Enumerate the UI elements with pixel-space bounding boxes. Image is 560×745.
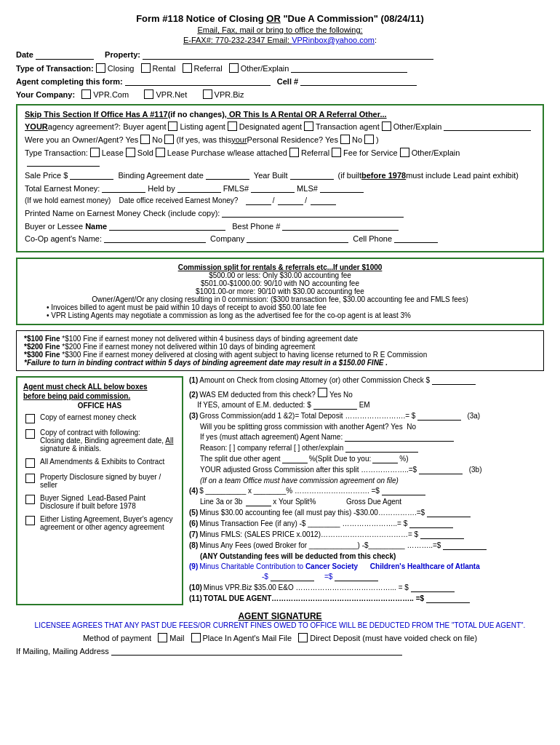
- coop-cell-field[interactable]: [394, 234, 438, 243]
- buyer-agent-checkbox[interactable]: [168, 121, 177, 131]
- em-yes-checkbox[interactable]: [318, 388, 327, 397]
- calc1-field[interactable]: [432, 376, 476, 385]
- agent-name-split-field[interactable]: [345, 433, 454, 442]
- pct-suffix: %): [399, 455, 408, 463]
- cell-phone-label: Cell Phone: [353, 234, 392, 243]
- calc-row-5: (5) Minus $30.00 accounting fee (all mus…: [189, 509, 544, 517]
- place-checkbox[interactable]: [191, 633, 201, 642]
- transaction-agent-checkbox[interactable]: [382, 121, 391, 131]
- referral2-checkbox[interactable]: [289, 148, 299, 157]
- owner-q: Were you an Owner/Agent? Yes: [25, 135, 138, 144]
- title-text1: Form #118 Notice of Closing: [136, 13, 266, 24]
- split-due-field[interactable]: [372, 455, 398, 463]
- closing-checkbox[interactable]: [96, 63, 105, 73]
- owner-no-checkbox[interactable]: [164, 135, 174, 144]
- buyer-name-field[interactable]: [109, 221, 225, 231]
- other-label: Other/Explain: [241, 64, 289, 73]
- reason-label: Reason: [ ] company referral [ ] other/e…: [200, 444, 343, 452]
- agent-name-field[interactable]: [125, 76, 271, 86]
- check4-checkbox[interactable]: [25, 474, 35, 483]
- vpr-com-checkbox[interactable]: [81, 89, 91, 99]
- adj-field[interactable]: [419, 466, 463, 474]
- calc6-field[interactable]: [409, 519, 453, 528]
- reason-field[interactable]: [345, 444, 418, 453]
- check3-checkbox[interactable]: [25, 458, 35, 468]
- date-field[interactable]: [36, 50, 94, 60]
- em-amount-field[interactable]: [313, 401, 357, 410]
- personal-no-checkbox[interactable]: [364, 135, 374, 144]
- date-received-month[interactable]: [246, 196, 271, 205]
- fee-service-checkbox[interactable]: [332, 148, 341, 157]
- date-received-day[interactable]: [278, 196, 303, 205]
- mls-field[interactable]: [320, 183, 364, 193]
- direct-deposit-checkbox[interactable]: [298, 633, 308, 642]
- property-field[interactable]: [143, 50, 433, 60]
- vpr-net-checkbox[interactable]: [144, 89, 153, 99]
- check1-checkbox[interactable]: [25, 414, 35, 423]
- mailing-address-field[interactable]: [111, 646, 402, 656]
- owner-yes-checkbox[interactable]: [140, 135, 150, 144]
- skip-title-part2: OR This Is A Rental OR A Referral Other.…: [227, 110, 387, 119]
- calc7-field[interactable]: [420, 530, 464, 539]
- calc-row-2b: If YES, amount of E.M. deducted: $ EM: [189, 401, 544, 410]
- split-pct-field[interactable]: [282, 455, 308, 463]
- label6-text: Minus Transaction Fee (if any) -$ ______…: [199, 519, 407, 527]
- other-explain-field[interactable]: [291, 63, 407, 73]
- held-by-label: Held by: [148, 184, 175, 193]
- other2-checkbox[interactable]: [400, 148, 409, 157]
- fine-line4: *Failure to turn in binding contract wit…: [24, 359, 536, 367]
- if-yes2-label: If YES, amount of E.M. deducted: $: [197, 401, 311, 409]
- mls-label: MLS#: [297, 184, 318, 193]
- check5-checkbox[interactable]: [25, 495, 35, 504]
- lease-purchase-checkbox[interactable]: [156, 148, 165, 157]
- calc9b-field[interactable]: [335, 573, 378, 581]
- personal-yes-checkbox[interactable]: [340, 135, 350, 144]
- year-built-field[interactable]: [290, 170, 334, 180]
- printed-name-field[interactable]: [222, 208, 404, 218]
- other-explain2-field[interactable]: [27, 157, 100, 167]
- check4-label: Property Disclosure signed by buyer / se…: [40, 473, 176, 489]
- skip-title-note: (if no changes),: [168, 110, 227, 119]
- coop-company-field[interactable]: [247, 234, 348, 243]
- earnest-amount-field[interactable]: [102, 183, 145, 193]
- check-item-1: Copy of earnest money check: [23, 413, 176, 423]
- cell-field[interactable]: [300, 76, 417, 86]
- line3a3b-field[interactable]: [246, 498, 271, 506]
- vpr-biz-checkbox[interactable]: [203, 89, 212, 99]
- calc-row-2: (2) WAS EM deducted from this check? Yes…: [189, 388, 544, 399]
- check2-checkbox[interactable]: [25, 429, 35, 439]
- lease-checkbox[interactable]: [90, 148, 100, 157]
- mail-checkbox[interactable]: [158, 633, 167, 642]
- calc4-field[interactable]: [382, 487, 425, 495]
- sale-price-field[interactable]: [70, 170, 113, 180]
- check6-checkbox[interactable]: [25, 516, 35, 525]
- calc9a-field[interactable]: [271, 573, 314, 581]
- your-split-label: Your Split%: [279, 498, 316, 506]
- calc5-field[interactable]: [427, 509, 471, 517]
- buyer-lessee-label: Buyer or Lessee: [25, 222, 83, 231]
- year-built-label: Year Built: [254, 171, 288, 180]
- fine-200: *$200 Fine: [24, 343, 60, 351]
- other-explain-g1: Other/Explain: [393, 122, 442, 131]
- other-explain-g1-field[interactable]: [444, 121, 531, 131]
- calc11-field[interactable]: [426, 594, 470, 603]
- split-q-text: Will you be splitting gross commission w…: [200, 423, 389, 431]
- other-checkbox[interactable]: [229, 63, 239, 73]
- calc10-field[interactable]: [411, 583, 455, 592]
- fmls-field[interactable]: [251, 183, 295, 193]
- date-received-year[interactable]: [311, 196, 336, 205]
- designated-agent-checkbox[interactable]: [304, 121, 313, 131]
- date-label: Date: [16, 50, 33, 59]
- binding-date-field[interactable]: [206, 170, 249, 180]
- calc3-field[interactable]: [417, 412, 461, 421]
- listing-agent-checkbox[interactable]: [228, 121, 237, 131]
- calc-row-9: (9) Minus Charitable Contribution to Can…: [189, 562, 544, 570]
- held-by-field[interactable]: [177, 183, 221, 193]
- check-item-4: Property Disclosure signed by buyer / se…: [23, 473, 176, 489]
- coop-name-field[interactable]: [104, 234, 206, 243]
- best-phone-field[interactable]: [282, 221, 399, 231]
- sold-checkbox[interactable]: [126, 148, 135, 157]
- referral-checkbox[interactable]: [183, 63, 192, 73]
- calc8-field[interactable]: [443, 541, 487, 550]
- rental-checkbox[interactable]: [141, 63, 151, 73]
